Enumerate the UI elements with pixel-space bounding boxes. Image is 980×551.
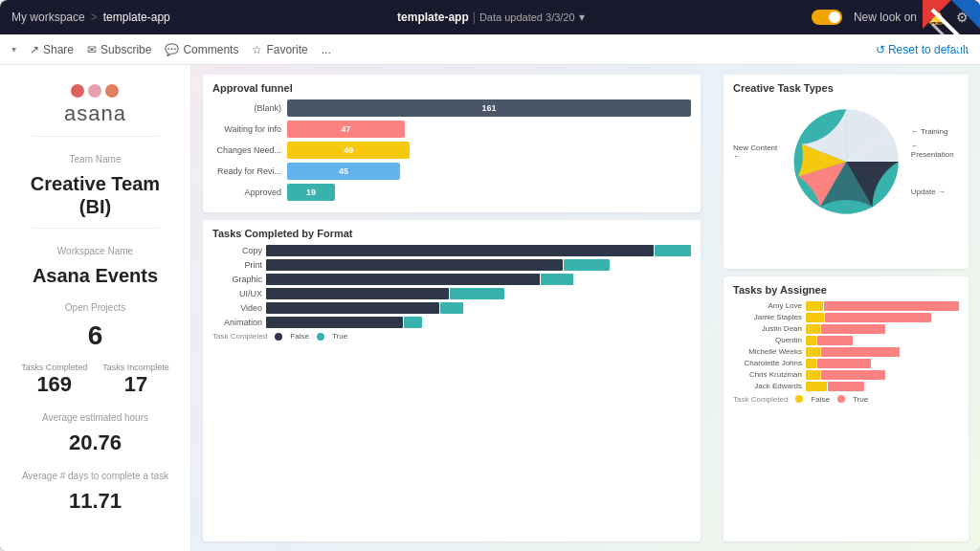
assignee-row: Michelle Weeks (733, 347, 959, 357)
assignee-row: Quentin (733, 336, 959, 345)
svg-line-3 (932, 24, 961, 53)
breadcrumb-sep: > (91, 11, 98, 24)
approval-funnel-chart: Approval funnel (Blank)161Waiting for in… (203, 75, 701, 212)
assignee-name: Jack Edwards (733, 382, 802, 390)
share-button[interactable]: ↗ Share (30, 43, 74, 56)
share-label: Share (43, 43, 74, 56)
funnel-bar-label: Changes Need... (212, 145, 281, 155)
assignee-bar-salmon (821, 370, 885, 380)
funnel-bar-fill: 161 (287, 99, 691, 117)
tasks-by-assignee-title: Tasks by Assignee (733, 284, 959, 296)
tasks-incomplete-stat: Tasks Incomplete 17 (102, 363, 169, 397)
funnel-bar-fill: 45 (287, 163, 400, 180)
legend-false-label: False (290, 332, 309, 341)
avg-days-value: 11.71 (69, 489, 122, 514)
new-look-toggle[interactable] (812, 10, 842, 25)
assignee-legend: Task Completed False True (733, 395, 959, 404)
format-bar-row: Print (212, 259, 691, 271)
assignee-false-label: False (811, 395, 830, 404)
open-projects-label: Open Projects (65, 302, 125, 313)
assignee-false-dot (795, 395, 803, 403)
format-bar-dark (266, 288, 449, 299)
avg-hours-label: Average estimated hours (42, 412, 148, 423)
open-projects-value: 6 (88, 320, 103, 351)
assignee-name: Quentin (733, 336, 802, 344)
assignee-bar-group (806, 359, 959, 368)
funnel-bar-wrap: 49 (287, 142, 691, 159)
format-bar-dark (266, 302, 439, 314)
funnel-bar-wrap: 47 (287, 121, 691, 138)
assignee-name: Amy Love (733, 301, 802, 310)
tasks-by-format-chart: Tasks Completed by Format CopyPrintGraph… (203, 220, 701, 541)
pie-left-labels: New Content ← (733, 143, 782, 180)
assignee-row: Jamie Staples (733, 313, 959, 322)
format-bar-wrap (266, 288, 691, 299)
subscribe-icon: ✉ (87, 43, 97, 56)
main-content: asana Team Name Creative Team (BI) Works… (0, 65, 980, 551)
format-bar-label: Video (212, 303, 262, 313)
second-bar: ▾ ↗ Share ✉ Subscribe 💬 Comments ☆ Favor… (0, 34, 980, 65)
workspace-label[interactable]: My workspace (11, 11, 85, 24)
assignee-bar-yellow (806, 359, 816, 368)
svg-marker-0 (951, 0, 980, 29)
dot-pink (88, 84, 101, 98)
format-bar-row: UI/UX (212, 288, 691, 299)
training-label: ← Training (911, 127, 959, 136)
left-panel: asana Team Name Creative Team (BI) Works… (0, 65, 191, 551)
toolbar-left: ▾ ↗ Share ✉ Subscribe 💬 Comments ☆ Favor… (11, 43, 331, 56)
format-bar-wrap (266, 259, 691, 271)
assignee-name: Michelle Weeks (733, 347, 802, 356)
format-bar-teal (655, 245, 691, 256)
subscribe-button[interactable]: ✉ Subscribe (87, 43, 151, 56)
assignee-row: Jack Edwards (733, 382, 959, 391)
assignee-bar-group (806, 324, 959, 334)
asana-dots (71, 84, 119, 98)
format-bar-label: Animation (212, 318, 262, 327)
assignee-bar-salmon (821, 324, 885, 334)
legend-label: Task Completed (212, 332, 267, 341)
more-button[interactable]: ... (322, 43, 331, 56)
format-bar-teal (450, 288, 504, 299)
funnel-row: Approved19 (212, 184, 691, 201)
format-bar-teal (564, 259, 610, 271)
format-bar-dark (266, 317, 403, 328)
funnel-row: Ready for Revi...45 (212, 163, 691, 180)
assignee-name: Justin Dean (733, 324, 802, 333)
pie-chart-svg (790, 99, 902, 224)
dot-red (71, 84, 84, 98)
team-name-label: Team Name (70, 154, 122, 165)
funnel-bar-label: Approved (212, 187, 281, 197)
assignee-bar-salmon (825, 313, 932, 322)
format-bar-label: UI/UX (212, 289, 262, 298)
funnel-bar-label: Ready for Revi... (212, 166, 281, 176)
format-bar-row: Copy (212, 245, 691, 256)
approval-funnel-title: Approval funnel (212, 82, 691, 94)
assignee-row: Justin Dean (733, 324, 959, 334)
comments-button[interactable]: 💬 Comments (165, 43, 238, 56)
assignee-name: Charolette Johns (733, 359, 802, 367)
collapse-icon[interactable]: ▾ (11, 44, 16, 55)
format-bar-dark (266, 274, 540, 285)
star-icon: ☆ (252, 43, 262, 56)
format-bar-label: Copy (212, 246, 262, 255)
divider-2 (32, 228, 160, 229)
funnel-bar-label: (Blank) (212, 103, 281, 113)
asana-logo: asana (64, 84, 126, 126)
format-bar-teal (440, 302, 463, 314)
favorite-button[interactable]: ☆ Favorite (252, 43, 307, 56)
corner-logo (923, 0, 980, 57)
assignee-bar-group (806, 347, 959, 357)
tasks-incomplete-label: Tasks Incomplete (102, 363, 169, 372)
divider-1 (32, 136, 160, 137)
assignee-bar-salmon (817, 336, 853, 345)
tasks-stats-row: Tasks Completed 169 Tasks Incomplete 17 (15, 363, 175, 397)
assignee-bar-group (806, 301, 959, 311)
avg-hours-value: 20.76 (69, 430, 122, 455)
assignee-row: Amy Love (733, 301, 959, 311)
assignee-name: Jamie Staples (733, 313, 802, 321)
format-bar-wrap (266, 302, 691, 314)
assignee-bar-salmon (824, 301, 959, 311)
app-label[interactable]: template-app (103, 11, 170, 24)
chevron-down-icon[interactable]: ▾ (579, 11, 585, 24)
assignee-bar-yellow (806, 324, 820, 334)
